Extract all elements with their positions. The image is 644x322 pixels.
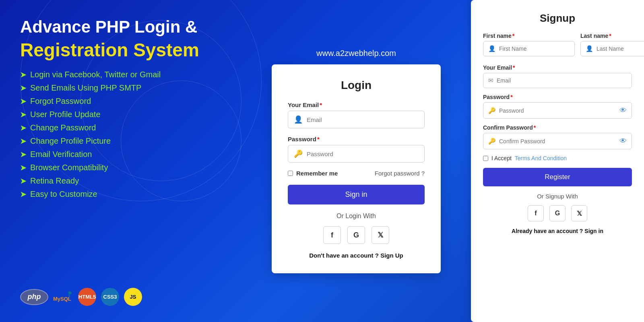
chevron-icon: ➤ xyxy=(20,70,26,79)
feature-item: ➤Login via Facebook, Twitter or Gmail xyxy=(20,70,221,79)
google-login-button[interactable]: G xyxy=(347,226,365,244)
feature-text: Send Emails Using PHP SMTP xyxy=(30,83,141,93)
social-icons-login: f G 𝕏 xyxy=(288,226,425,244)
first-name-input[interactable] xyxy=(499,45,570,52)
first-name-input-group[interactable]: 👤 xyxy=(483,41,575,56)
last-name-input[interactable] xyxy=(597,45,644,52)
title-white: Advance PHP Login & xyxy=(20,17,197,36)
terms-checkbox[interactable] xyxy=(483,156,488,161)
confirm-password-label: Confirm Password* xyxy=(483,124,632,131)
login-card: Login Your Email* 👤 Password* 🔑 Remember… xyxy=(272,64,441,273)
password-input[interactable] xyxy=(307,151,419,157)
svg-text:MySQL: MySQL xyxy=(53,296,71,302)
website-url: www.a2zwebhelp.com xyxy=(316,49,396,58)
chevron-icon: ➤ xyxy=(20,110,26,119)
last-name-col: Last name* 👤 xyxy=(580,33,644,62)
twitter-login-button[interactable]: 𝕏 xyxy=(372,226,389,244)
js-logo: JS xyxy=(124,288,142,306)
feature-item: ➤Change Password xyxy=(20,123,221,132)
feature-item: ➤Browser Compatibility xyxy=(20,163,221,172)
signup-email-label: Your Email* xyxy=(483,64,632,71)
first-name-icon: 👤 xyxy=(488,45,496,52)
main-title: Advance PHP Login & Registration System xyxy=(20,16,221,62)
password-eye-icon[interactable]: 👁 xyxy=(619,106,627,115)
password-label: Password* xyxy=(288,136,425,142)
confirm-password-input-group[interactable]: 🔑 👁 xyxy=(483,133,632,149)
confirm-eye-icon[interactable]: 👁 xyxy=(619,137,627,145)
signup-password-input-group[interactable]: 🔑 👁 xyxy=(483,102,632,119)
feature-text: User Profile Update xyxy=(30,110,101,119)
name-row: First name* 👤 Last name* 👤 xyxy=(483,33,632,62)
mysql-logo: MySQL xyxy=(53,289,73,305)
facebook-login-button[interactable]: f xyxy=(323,226,341,244)
features-list: ➤Login via Facebook, Twitter or Gmail➤Se… xyxy=(20,70,221,199)
last-name-input-group[interactable]: 👤 xyxy=(580,41,644,56)
terms-row: I Accept Terms And Condition xyxy=(483,155,632,161)
confirm-password-input[interactable] xyxy=(499,138,616,144)
feature-item: ➤Easy to Customize xyxy=(20,190,221,199)
user-icon: 👤 xyxy=(294,115,303,124)
first-name-label: First name* xyxy=(483,33,575,39)
chevron-icon: ➤ xyxy=(20,97,26,106)
signup-key-icon: 🔑 xyxy=(488,107,496,114)
css3-logo: CSS3 xyxy=(101,288,119,306)
remember-left: Remember me xyxy=(288,170,338,177)
facebook-signup-button[interactable]: f xyxy=(528,205,544,221)
email-input-group[interactable]: 👤 xyxy=(288,111,425,128)
feature-text: Browser Compatibility xyxy=(30,163,108,172)
chevron-icon: ➤ xyxy=(20,137,26,146)
last-name-label: Last name* xyxy=(580,33,644,39)
feature-text: Change Profile Picture xyxy=(30,136,111,146)
signup-password-input[interactable] xyxy=(499,107,616,114)
remember-checkbox[interactable] xyxy=(288,171,293,176)
feature-item: ➤Forgot Password xyxy=(20,97,221,106)
feature-text: Email Verification xyxy=(30,150,92,159)
chevron-icon: ➤ xyxy=(20,163,26,172)
password-input-group[interactable]: 🔑 xyxy=(288,145,425,163)
email-icon: ✉ xyxy=(488,77,493,84)
forgot-password-link[interactable]: Forgot password ? xyxy=(375,170,425,177)
or-login-divider: Or Login With xyxy=(288,213,425,220)
feature-text: Change Password xyxy=(30,123,96,132)
feature-item: ➤User Profile Update xyxy=(20,110,221,119)
feature-item: ➤Email Verification xyxy=(20,150,221,159)
php-logo: php xyxy=(20,289,48,305)
last-name-icon: 👤 xyxy=(586,45,593,52)
already-account-text: Already have an account ? xyxy=(512,228,583,234)
first-name-col: First name* 👤 xyxy=(483,33,575,62)
feature-text: Forgot Password xyxy=(30,97,91,106)
feature-item: ➤Retina Ready xyxy=(20,176,221,186)
feature-item: ➤Change Profile Picture xyxy=(20,136,221,146)
twitter-signup-button[interactable]: 𝕏 xyxy=(571,205,587,221)
feature-item: ➤Send Emails Using PHP SMTP xyxy=(20,83,221,93)
feature-text: Retina Ready xyxy=(30,176,79,186)
register-button[interactable]: Register xyxy=(483,168,632,186)
signin-link[interactable]: Sign in xyxy=(584,228,603,234)
login-title: Login xyxy=(288,79,425,92)
google-signup-button[interactable]: G xyxy=(549,205,566,221)
sign-in-button[interactable]: Sign in xyxy=(288,185,425,204)
email-label: Your Email* xyxy=(288,101,425,108)
already-account-row: Already have an account ? Sign in xyxy=(483,228,632,234)
confirm-key-icon: 🔑 xyxy=(488,138,496,145)
key-icon: 🔑 xyxy=(294,149,303,158)
signup-link-row: Don't have an account ? Sign Up xyxy=(288,252,425,259)
chevron-icon: ➤ xyxy=(20,124,26,132)
i-accept-text: I Accept xyxy=(491,155,512,161)
left-panel: Advance PHP Login & Registration System … xyxy=(0,0,242,322)
signup-email-input[interactable] xyxy=(497,77,627,84)
terms-link[interactable]: Terms And Condition xyxy=(515,155,567,161)
signup-social-icons: f G 𝕏 xyxy=(483,205,632,221)
chevron-icon: ➤ xyxy=(20,150,26,159)
feature-text: Login via Facebook, Twitter or Gmail xyxy=(30,70,161,79)
signup-title: Signup xyxy=(483,12,632,25)
center-panel: www.a2zwebhelp.com Login Your Email* 👤 P… xyxy=(242,0,471,322)
chevron-icon: ➤ xyxy=(20,177,26,186)
signup-email-input-group[interactable]: ✉ xyxy=(483,73,632,88)
signup-link[interactable]: Sign Up xyxy=(380,252,403,259)
or-signup-divider: Or Signup With xyxy=(483,193,632,200)
email-input[interactable] xyxy=(307,116,419,123)
signup-password-label: Password* xyxy=(483,94,632,100)
no-account-text: Don't have an account ? xyxy=(309,252,379,259)
remember-label: Remember me xyxy=(296,170,338,177)
